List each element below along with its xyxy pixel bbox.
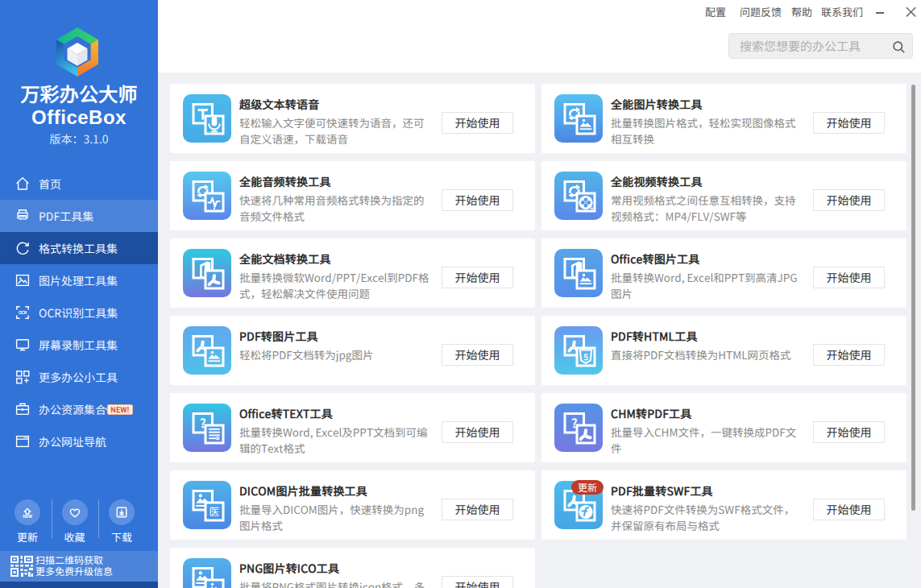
svg-text:医: 医 bbox=[209, 503, 219, 519]
svg-text:OCR: OCR bbox=[19, 309, 27, 316]
svg-text:5: 5 bbox=[583, 350, 588, 362]
svg-text:NEW: NEW bbox=[23, 512, 32, 520]
svg-text:PDF: PDF bbox=[19, 215, 27, 220]
